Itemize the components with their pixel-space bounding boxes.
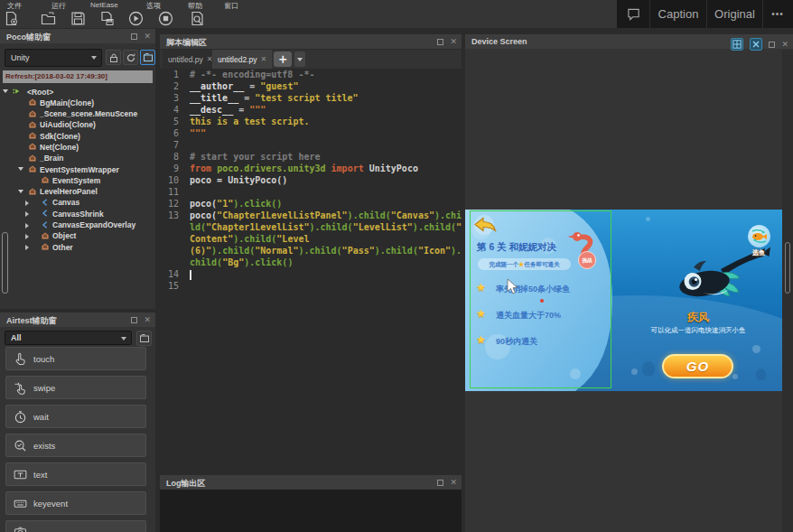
tree-node[interactable]: Canvas	[0, 197, 155, 208]
collapse-arrow-icon[interactable]	[18, 167, 23, 171]
toolbar	[0, 10, 632, 28]
code-line: 14	[160, 268, 462, 280]
code-text: poco("Chapter1LevelListPanel").child("Ca…	[190, 210, 462, 221]
airtest-panel-header: Airtest辅助窗 ✕	[0, 313, 155, 327]
log-panel-header: Log输出区 ✕	[160, 475, 462, 490]
code-line: 15	[160, 280, 462, 292]
code-line: child("Bg").click()	[160, 257, 462, 268]
code-line: 6"""	[160, 127, 462, 139]
float-icon[interactable]	[437, 480, 443, 486]
tree-node[interactable]: Other	[0, 241, 155, 252]
find-button[interactable]	[190, 11, 206, 27]
swipe-api-button[interactable]: swipe	[5, 376, 146, 399]
root-icon	[13, 88, 20, 95]
fit-screen-button[interactable]	[750, 38, 762, 51]
refresh-button[interactable]	[123, 50, 138, 65]
poco-panel-header: Poco辅助窗 ✕	[0, 29, 155, 43]
close-icon[interactable]: ✕	[144, 316, 151, 323]
refresh-status[interactable]: Refresh:[2018-03-02 17:49:30]	[3, 70, 153, 83]
tab-untitled.py[interactable]: untitled.py✕	[163, 50, 218, 69]
lock-button[interactable]	[106, 50, 121, 65]
airtest-panel-title: Airtest辅助窗	[6, 315, 57, 327]
gameobject-icon	[29, 110, 36, 117]
menu-3[interactable]: NetEase	[90, 1, 118, 9]
expand-arrow-icon[interactable]	[25, 245, 29, 250]
poco-mode-value: Unity	[11, 53, 30, 62]
code-text: Content").child("Level	[190, 233, 309, 245]
tree-node[interactable]: Net(Clone)	[0, 141, 155, 152]
keyevent-api-button[interactable]: keyevent	[5, 491, 146, 515]
tree-node[interactable]: CanvasShrink	[0, 208, 155, 219]
collapse-arrow-icon[interactable]	[3, 89, 8, 93]
tab-list-dropdown[interactable]	[294, 51, 305, 67]
save-button[interactable]	[70, 11, 87, 27]
close-icon[interactable]: ✕	[781, 41, 788, 48]
tree-node[interactable]: Sdk(Clone)	[0, 130, 155, 141]
tree-node[interactable]: EventSystemWrapper	[0, 163, 155, 174]
poco-mode-dropdown[interactable]: Unity	[5, 49, 102, 67]
airtest-filter-value: All	[11, 333, 22, 342]
float-icon[interactable]	[437, 39, 443, 45]
top-right-bar: Caption Original •••	[617, 0, 793, 28]
touch-icon	[14, 352, 27, 366]
tree-node[interactable]: <Root>	[0, 86, 155, 97]
grid-icon	[732, 40, 742, 49]
close-icon[interactable]: ✕	[450, 38, 457, 45]
comment-bubble-button[interactable]	[617, 0, 650, 28]
float-icon[interactable]	[131, 33, 137, 40]
touch-api-button[interactable]: touch	[5, 347, 146, 370]
line-number: 10	[160, 174, 179, 186]
canvas-icon	[42, 221, 49, 229]
exists-api-button[interactable]: exists	[5, 434, 146, 457]
close-icon[interactable]: ✕	[144, 33, 151, 40]
line-number: 8	[160, 151, 179, 163]
float-icon[interactable]	[769, 42, 775, 48]
new-file-button[interactable]	[4, 11, 20, 27]
code-editor[interactable]: 1# -*- encoding=utf8 -*-2__author__ = "g…	[160, 69, 462, 473]
more-button[interactable]: •••	[763, 0, 792, 28]
poco-panel-title: Poco辅助窗	[6, 32, 51, 43]
expand-arrow-icon[interactable]	[25, 223, 29, 229]
fish-select-widget[interactable]: 选鱼	[745, 225, 772, 257]
tree-node-label: CanvasShrink	[52, 210, 104, 219]
open-folder-button[interactable]	[41, 11, 57, 27]
tree-node-label: Canvas	[52, 198, 79, 207]
close-icon[interactable]: ✕	[450, 479, 457, 486]
run-button[interactable]	[128, 11, 145, 27]
original-button[interactable]: Original	[707, 0, 763, 28]
screenshot-grid-button[interactable]	[731, 38, 743, 51]
expand-arrow-icon[interactable]	[25, 201, 29, 206]
canvas-icon	[42, 210, 49, 217]
stop-button[interactable]	[158, 11, 174, 27]
tree-node[interactable]: LevelHeroPanel	[0, 186, 155, 197]
tree-node[interactable]: BgMain(Clone)	[0, 97, 155, 107]
expand-arrow-icon[interactable]	[25, 234, 29, 239]
tab-close-icon[interactable]: ✕	[260, 55, 266, 63]
inspector-toggle-button[interactable]	[140, 50, 155, 65]
wait-api-button[interactable]: wait	[5, 405, 146, 428]
collapse-arrow-icon[interactable]	[18, 190, 23, 193]
tab-untitled2.py[interactable]: untitled2.py✕	[212, 50, 272, 69]
tree-node[interactable]: _Brain	[0, 153, 155, 163]
go-button[interactable]: GO	[662, 354, 733, 378]
tree-node[interactable]: _Scene_scene.MenuScene	[0, 108, 155, 119]
tree-node[interactable]: Object	[0, 230, 155, 241]
save-as-button[interactable]	[99, 11, 116, 27]
tree-node[interactable]: CanvasExpandOverlay	[0, 219, 155, 230]
expand-arrow-icon[interactable]	[25, 211, 29, 217]
airtest-filter-dropdown[interactable]: All	[5, 331, 132, 345]
float-icon[interactable]	[131, 317, 137, 323]
snapshot-api-button[interactable]	[5, 520, 146, 532]
tree-node[interactable]: UiAudio(Clone)	[0, 119, 155, 130]
tree-node[interactable]: EventSystem	[0, 174, 155, 185]
code-text: from poco.drivers.unity3d import UnityPo…	[190, 163, 418, 174]
device-scrollbar-thumb[interactable]	[785, 242, 790, 294]
code-text	[190, 268, 191, 280]
new-tab-button[interactable]: ＋	[274, 51, 292, 67]
inspect-icon	[143, 52, 154, 63]
caption-button[interactable]: Caption	[650, 0, 707, 28]
device-screen-view[interactable]: 第 6 关 和妮妮对决 挑战 完成随一个★任务即可通关 ★率先消掉50条小绿鱼★…	[465, 210, 782, 391]
text-api-button[interactable]: text	[5, 462, 146, 486]
tree-scrollbar[interactable]	[2, 232, 8, 294]
airtest-folder-button[interactable]	[136, 331, 152, 346]
